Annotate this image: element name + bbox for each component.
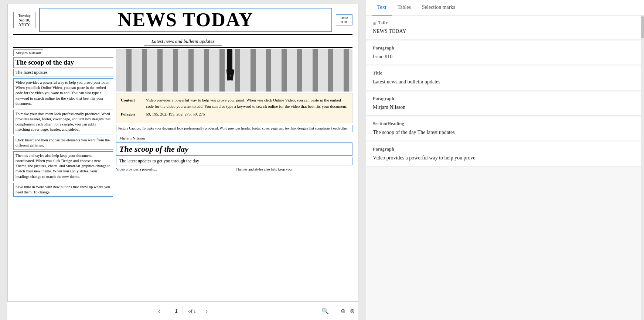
result-value-2: Latest news and bulletin updates — [373, 78, 637, 86]
next-page-button[interactable]: › — [201, 306, 212, 316]
tooltip-polygon-value: 59, 195, 262, 195, 262, 275, 59, 275 — [146, 111, 205, 117]
results-list: ⊞ Title NEWS TODAY Paragraph Issue #10 T… — [366, 16, 644, 168]
result-label-4: SectionHeading — [373, 121, 637, 127]
zoom-out-icon[interactable]: 🔍 — [321, 307, 329, 314]
page-of-label: of 1 — [188, 308, 196, 314]
right-tabs: Text Tables Selection marks — [366, 0, 644, 16]
subtitle-row: Latest news and bulletin updates — [13, 37, 352, 46]
result-section-2: Title Latest news and bulletin updates — [366, 66, 644, 90]
subheading-box-1: The latest updates — [13, 69, 113, 76]
author-box-1: Mirjam Nilsson — [13, 49, 43, 56]
result-section-header-0: ⊞ Title — [373, 20, 637, 28]
toolbar-icons: 🔍 − ⊕ ⊗ — [321, 307, 355, 314]
result-section-1: Paragraph Issue #10 — [366, 41, 644, 65]
large-heading: The scoop of the day — [116, 142, 352, 156]
document-page: Tuesday Sep 20, YYYY NEWS TODAY Issue #1… — [7, 4, 358, 302]
subtitle-box: Latest news and bulletin updates — [144, 37, 222, 46]
masthead-title: NEWS TODAY — [39, 8, 332, 32]
zoom-in-icon[interactable]: − — [333, 308, 336, 314]
subheading-2: The latest updates to get you through th… — [116, 157, 352, 165]
bottom-left-text: Video provides a powerfu... — [116, 167, 233, 172]
bottom-row: Video provides a powerfu... Themes and s… — [116, 167, 352, 172]
newspaper-title: NEWS TODAY — [42, 10, 330, 30]
tooltip-content-text: Video provides a powerful way to help yo… — [146, 97, 348, 109]
date-box: Tuesday Sep 20, YYYY — [13, 12, 35, 28]
result-value-0: NEWS TODAY — [373, 28, 637, 35]
result-section-3: Paragraph Mirjam Nilsson — [366, 92, 644, 116]
author-box-2: Mirjam Nilsson — [116, 134, 148, 142]
para-block-5: Save time in Word with new buttons that … — [13, 183, 113, 197]
result-label-5: Paragraph — [373, 147, 637, 152]
result-label-3: Paragraph — [373, 96, 637, 101]
scrollbar-track[interactable] — [641, 16, 644, 320]
result-section-5: Paragraph Video provides a powerful way … — [366, 142, 644, 166]
crosswalk-photo — [116, 49, 352, 92]
issue-box: Issue #10 — [336, 14, 352, 25]
result-value-1: Issue #10 — [373, 53, 637, 61]
right-column: Content Video provides a powerful way to… — [116, 49, 352, 301]
result-label-2: Title — [373, 70, 637, 76]
document-viewer: Tuesday Sep 20, YYYY NEWS TODAY Issue #1… — [0, 0, 366, 320]
newspaper-content: Tuesday Sep 20, YYYY NEWS TODAY Issue #1… — [8, 4, 358, 301]
result-section-0: ⊞ Title NEWS TODAY — [366, 16, 644, 40]
right-panel-content: ⊞ Title NEWS TODAY Paragraph Issue #10 T… — [366, 16, 644, 320]
left-column: Mirjam Nilsson The scoop of the day The … — [13, 49, 113, 301]
para-block-3: Click Insert and then choose the element… — [13, 136, 113, 150]
result-value-4: The scoop of the day The latest updates — [373, 129, 637, 136]
newspaper-header: Tuesday Sep 20, YYYY NEWS TODAY Issue #1… — [13, 8, 352, 35]
para-block-1: Video provides a powerful way to help yo… — [13, 78, 113, 108]
scrollbar-thumb[interactable] — [641, 16, 644, 38]
content-area: Mirjam Nilsson The scoop of the day The … — [13, 49, 352, 301]
tooltip-polygon-row: Polygon 59, 195, 262, 195, 262, 275, 59,… — [121, 111, 348, 117]
tooltip-content-label: Content — [121, 97, 143, 109]
caption-box: Picture Caption: To make your document l… — [116, 125, 352, 132]
fit-page-icon[interactable]: ⊕ — [341, 307, 345, 314]
page-number-input[interactable] — [170, 307, 183, 315]
tab-selection-marks[interactable]: Selection marks — [416, 0, 461, 16]
para-block-2: To make your document look professionall… — [13, 110, 113, 134]
result-label-1: Paragraph — [373, 45, 637, 51]
tooltip-content-row: Content Video provides a powerful way to… — [121, 97, 348, 109]
section-icon-0: ⊞ — [373, 21, 376, 26]
tooltip-box: Content Video provides a powerful way to… — [116, 93, 352, 123]
prev-page-button[interactable]: ‹ — [154, 306, 164, 316]
tab-tables[interactable]: Tables — [392, 0, 416, 16]
right-panel: Text Tables Selection marks ⊞ Title NEWS… — [366, 0, 644, 320]
header-divider — [13, 47, 352, 48]
tab-text[interactable]: Text — [372, 0, 392, 16]
result-value-3: Mirjam Nilsson — [373, 104, 637, 111]
result-section-4: SectionHeading The scoop of the day The … — [366, 117, 644, 141]
page-toolbar: ‹ of 1 › 🔍 − ⊕ ⊗ — [7, 302, 358, 320]
result-value-5: Video provides a powerful way to help yo… — [373, 154, 637, 162]
tooltip-polygon-label: Polygon — [121, 111, 143, 117]
more-options-icon[interactable]: ⊗ — [350, 307, 355, 314]
heading-box-1: The scoop of the day — [13, 57, 113, 68]
result-label-0: Title — [378, 20, 388, 25]
para-block-4: Themes and styles also help keep your do… — [13, 151, 113, 181]
bottom-right-text: Themes and styles also help keep your — [236, 167, 352, 172]
